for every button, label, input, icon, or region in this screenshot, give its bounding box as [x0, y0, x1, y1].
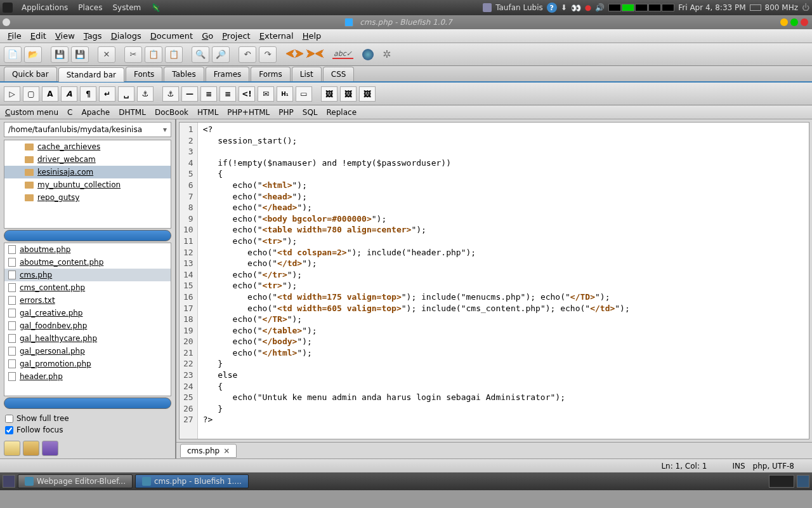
- follow-focus-checkbox[interactable]: Follow focus: [5, 424, 170, 436]
- tab-list[interactable]: List: [292, 67, 322, 81]
- custom-docbook[interactable]: DocBook: [155, 108, 188, 117]
- sidebar-tab-files-icon[interactable]: [4, 441, 20, 456]
- custom-replace[interactable]: Replace: [327, 108, 357, 117]
- file-item[interactable]: errors.txt: [4, 294, 171, 307]
- custom-sql[interactable]: SQL: [303, 108, 318, 117]
- paragraph-button[interactable]: ¶: [80, 86, 96, 102]
- help-icon[interactable]: ?: [547, 3, 557, 13]
- custom-html[interactable]: HTML: [197, 108, 218, 117]
- file-list[interactable]: aboutme.phpaboutme_content.phpcms.phpcms…: [4, 243, 171, 396]
- save-button[interactable]: 💾: [51, 46, 69, 63]
- menu-help[interactable]: Help: [299, 30, 325, 42]
- file-item[interactable]: header.php: [4, 370, 171, 383]
- window-menu-icon[interactable]: [3, 18, 10, 26]
- custom-apache[interactable]: Apache: [81, 108, 110, 117]
- tab-css[interactable]: CSS: [323, 67, 355, 81]
- tab-frames[interactable]: Frames: [206, 67, 250, 81]
- close-tab-icon[interactable]: ×: [223, 446, 230, 455]
- custom-c[interactable]: C: [67, 108, 72, 117]
- indent-icon[interactable]: ⮜⮞: [285, 48, 303, 60]
- unindent-icon[interactable]: ⮞⮜: [306, 48, 324, 60]
- italic-button[interactable]: A: [61, 86, 77, 102]
- menu-project[interactable]: Project: [218, 30, 254, 42]
- undo-button[interactable]: ↶: [239, 46, 256, 63]
- multi-thumb-button[interactable]: 🖼: [359, 86, 376, 102]
- apple-menu-icon[interactable]: [3, 3, 13, 13]
- copy-button[interactable]: 📋: [145, 46, 162, 63]
- center-button[interactable]: ≡: [200, 86, 217, 102]
- nbsp-button[interactable]: ␣: [118, 86, 134, 102]
- folder-item[interactable]: my_ubuntu_collection: [4, 178, 171, 191]
- email-button[interactable]: ✉: [258, 86, 274, 102]
- preferences-button[interactable]: ✲: [383, 48, 391, 60]
- browser-preview-button[interactable]: [362, 49, 374, 60]
- redo-button[interactable]: ↷: [259, 46, 277, 63]
- folder-item[interactable]: cache_archieves: [4, 140, 171, 153]
- custom-custom-menu[interactable]: Custom menu: [5, 108, 58, 117]
- maximize-button[interactable]: [790, 18, 798, 26]
- tab-forms[interactable]: Forms: [251, 67, 290, 81]
- cut-button[interactable]: ✂: [124, 46, 142, 63]
- file-item[interactable]: cms_content.php: [4, 281, 171, 294]
- file-item[interactable]: gal_healthycare.php: [4, 332, 171, 345]
- close-button[interactable]: [801, 18, 808, 26]
- file-item[interactable]: gal_creative.php: [4, 307, 171, 319]
- image-button[interactable]: 🖼: [321, 86, 337, 102]
- save-as-button[interactable]: 💾: [71, 46, 89, 63]
- custom-php[interactable]: PHP: [278, 108, 294, 117]
- custom-php-html[interactable]: PHP+HTML: [227, 108, 270, 117]
- sidebar-tab-reference-icon[interactable]: [42, 441, 58, 456]
- rightalign-button[interactable]: ≡: [219, 86, 236, 102]
- menu-dialogs[interactable]: Dialogs: [107, 30, 145, 42]
- menu-external[interactable]: External: [256, 30, 298, 42]
- comment-button[interactable]: <!: [239, 86, 255, 102]
- find-replace-button[interactable]: 🔎: [212, 46, 230, 63]
- power-icon[interactable]: ⏻: [802, 3, 809, 12]
- break-button[interactable]: ↵: [99, 86, 115, 102]
- update-icon[interactable]: ⬇: [561, 3, 567, 12]
- open-file-button[interactable]: 📂: [24, 46, 42, 63]
- sidebar-tab-bookmarks-icon[interactable]: [23, 441, 39, 456]
- folder-hscroll[interactable]: [4, 230, 171, 241]
- file-item[interactable]: aboutme_content.php: [4, 256, 171, 269]
- workspace-switcher[interactable]: [769, 475, 794, 488]
- custom-dhtml[interactable]: DHTML: [119, 108, 146, 117]
- bold-button[interactable]: A: [42, 86, 58, 102]
- body-button[interactable]: ▢: [23, 86, 39, 102]
- tab-quick-bar[interactable]: Quick bar: [4, 67, 57, 81]
- show-full-tree-checkbox[interactable]: Show full tree: [5, 413, 170, 424]
- paste-button[interactable]: 📋: [165, 46, 183, 63]
- menu-go[interactable]: Go: [198, 30, 217, 42]
- file-item[interactable]: cms.php: [4, 269, 171, 281]
- tab-fonts[interactable]: Fonts: [126, 67, 162, 81]
- anchor-button[interactable]: ⚓: [162, 86, 179, 102]
- hr-button[interactable]: —: [181, 86, 198, 102]
- tab-tables[interactable]: Tables: [164, 67, 204, 81]
- volume-icon[interactable]: 🔊: [595, 3, 605, 12]
- record-icon[interactable]: ●: [585, 3, 591, 12]
- basefont-button[interactable]: ▭: [296, 86, 312, 102]
- taskbar-item[interactable]: cms.php - Bluefish 1....: [135, 474, 249, 488]
- folder-item[interactable]: kesinisaja.com: [4, 166, 171, 178]
- taskbar-item[interactable]: Webpage Editor-Bluef...: [18, 474, 133, 488]
- clock[interactable]: Fri Apr 4, 8:33 PM: [678, 3, 745, 12]
- thumbnail-button[interactable]: 🖼: [340, 86, 357, 102]
- anchor-link-button[interactable]: ⚓: [137, 86, 154, 102]
- menu-view[interactable]: View: [51, 30, 79, 42]
- folder-item[interactable]: repo_gutsy: [4, 191, 171, 204]
- folder-item[interactable]: driver_webcam: [4, 153, 171, 166]
- folder-tree[interactable]: cache_archievesdriver_webcamkesinisaja.c…: [4, 140, 171, 229]
- file-item[interactable]: gal_personal.php: [4, 345, 171, 358]
- system-menu[interactable]: System: [112, 3, 141, 12]
- show-desktop-button[interactable]: [3, 475, 15, 488]
- path-selector[interactable]: /home/taufanlubis/mydata/kesinisa: [4, 122, 171, 137]
- file-item[interactable]: gal_promotion.php: [4, 358, 171, 370]
- code-content[interactable]: <? session_start(); if(!empty($namauser)…: [198, 123, 635, 439]
- quickstart-button[interactable]: ▷: [4, 86, 20, 102]
- trash-icon[interactable]: [797, 475, 809, 488]
- spellcheck-button[interactable]: abc✓: [332, 50, 353, 59]
- editor-tab-cms[interactable]: cms.php×: [180, 444, 237, 458]
- minimize-button[interactable]: [780, 18, 788, 26]
- menu-document[interactable]: Document: [147, 30, 197, 42]
- menu-edit[interactable]: Edit: [27, 30, 50, 42]
